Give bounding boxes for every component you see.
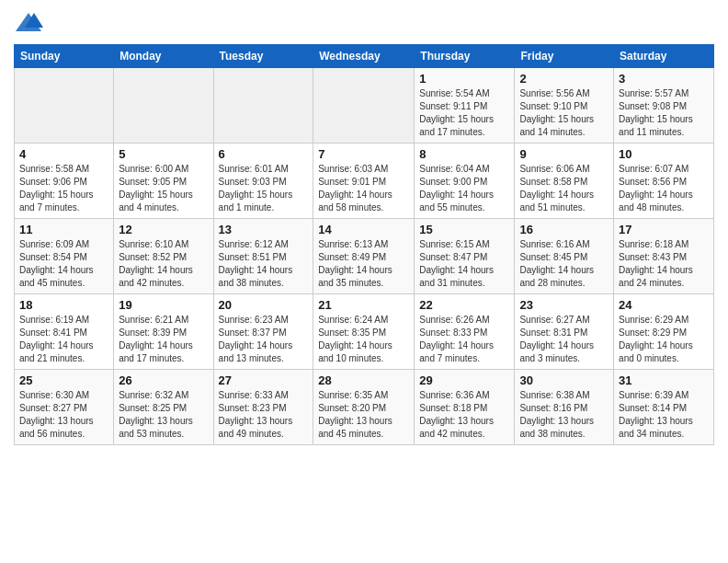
day-number: 19	[119, 298, 208, 312]
logo-icon	[14, 9, 43, 35]
day-info: Sunrise: 6:38 AM Sunset: 8:16 PM Dayligh…	[519, 389, 609, 441]
calendar-cell: 18Sunrise: 6:19 AM Sunset: 8:41 PM Dayli…	[15, 294, 114, 370]
day-info: Sunrise: 6:26 AM Sunset: 8:33 PM Dayligh…	[419, 314, 509, 365]
calendar-cell: 25Sunrise: 6:30 AM Sunset: 8:27 PM Dayli…	[15, 370, 114, 445]
day-number: 6	[219, 147, 309, 161]
day-info: Sunrise: 6:06 AM Sunset: 8:58 PM Dayligh…	[519, 163, 609, 214]
logo	[14, 9, 47, 35]
calendar-cell: 2Sunrise: 5:56 AM Sunset: 9:10 PM Daylig…	[515, 68, 614, 144]
calendar-cell: 30Sunrise: 6:38 AM Sunset: 8:16 PM Dayli…	[515, 370, 614, 445]
day-number: 20	[219, 298, 309, 312]
day-number: 28	[318, 373, 409, 387]
calendar-cell: 10Sunrise: 6:07 AM Sunset: 8:56 PM Dayli…	[614, 144, 714, 219]
day-info: Sunrise: 5:57 AM Sunset: 9:08 PM Dayligh…	[619, 87, 709, 139]
day-number: 1	[419, 72, 509, 86]
day-info: Sunrise: 6:12 AM Sunset: 8:51 PM Dayligh…	[219, 238, 309, 290]
calendar-cell: 7Sunrise: 6:03 AM Sunset: 9:01 PM Daylig…	[313, 144, 415, 219]
day-info: Sunrise: 6:23 AM Sunset: 8:37 PM Dayligh…	[219, 314, 309, 365]
day-number: 11	[19, 223, 108, 236]
calendar-cell: 26Sunrise: 6:32 AM Sunset: 8:25 PM Dayli…	[114, 370, 213, 445]
day-number: 16	[519, 223, 609, 236]
calendar-cell: 12Sunrise: 6:10 AM Sunset: 8:52 PM Dayli…	[114, 219, 213, 294]
day-info: Sunrise: 6:18 AM Sunset: 8:43 PM Dayligh…	[619, 238, 709, 290]
day-number: 14	[318, 223, 409, 236]
calendar-cell: 23Sunrise: 6:27 AM Sunset: 8:31 PM Dayli…	[515, 294, 614, 370]
day-number: 5	[119, 147, 208, 161]
day-number: 17	[619, 223, 709, 236]
day-info: Sunrise: 6:33 AM Sunset: 8:23 PM Dayligh…	[219, 389, 309, 441]
calendar-cell: 31Sunrise: 6:39 AM Sunset: 8:14 PM Dayli…	[614, 370, 714, 445]
day-number: 13	[219, 223, 309, 236]
calendar-cell: 17Sunrise: 6:18 AM Sunset: 8:43 PM Dayli…	[614, 219, 714, 294]
day-number: 3	[619, 72, 709, 86]
calendar-cell: 21Sunrise: 6:24 AM Sunset: 8:35 PM Dayli…	[313, 294, 415, 370]
day-number: 10	[619, 147, 709, 161]
calendar-week-1: 1Sunrise: 5:54 AM Sunset: 9:11 PM Daylig…	[15, 68, 714, 144]
calendar-week-2: 4Sunrise: 5:58 AM Sunset: 9:06 PM Daylig…	[15, 144, 714, 219]
day-number: 23	[519, 298, 609, 312]
calendar-cell	[15, 68, 114, 144]
day-info: Sunrise: 6:01 AM Sunset: 9:03 PM Dayligh…	[219, 163, 309, 214]
calendar-cell: 3Sunrise: 5:57 AM Sunset: 9:08 PM Daylig…	[614, 68, 714, 144]
day-info: Sunrise: 6:36 AM Sunset: 8:18 PM Dayligh…	[419, 389, 509, 441]
day-info: Sunrise: 6:19 AM Sunset: 8:41 PM Dayligh…	[19, 314, 108, 365]
day-info: Sunrise: 6:00 AM Sunset: 9:05 PM Dayligh…	[119, 163, 208, 214]
day-info: Sunrise: 6:07 AM Sunset: 8:56 PM Dayligh…	[619, 163, 709, 214]
day-info: Sunrise: 6:03 AM Sunset: 9:01 PM Dayligh…	[318, 163, 409, 214]
day-number: 12	[119, 223, 208, 236]
day-info: Sunrise: 6:16 AM Sunset: 8:45 PM Dayligh…	[519, 238, 609, 290]
calendar-cell: 6Sunrise: 6:01 AM Sunset: 9:03 PM Daylig…	[213, 144, 313, 219]
day-number: 18	[19, 298, 108, 312]
day-info: Sunrise: 6:35 AM Sunset: 8:20 PM Dayligh…	[318, 389, 409, 441]
calendar-cell: 19Sunrise: 6:21 AM Sunset: 8:39 PM Dayli…	[114, 294, 213, 370]
day-info: Sunrise: 6:27 AM Sunset: 8:31 PM Dayligh…	[519, 314, 609, 365]
weekday-header-thursday: Thursday	[415, 45, 515, 68]
day-number: 4	[19, 147, 108, 161]
calendar-cell: 20Sunrise: 6:23 AM Sunset: 8:37 PM Dayli…	[213, 294, 313, 370]
calendar-cell	[213, 68, 313, 144]
day-info: Sunrise: 6:15 AM Sunset: 8:47 PM Dayligh…	[419, 238, 509, 290]
day-info: Sunrise: 5:58 AM Sunset: 9:06 PM Dayligh…	[19, 163, 108, 214]
day-info: Sunrise: 6:29 AM Sunset: 8:29 PM Dayligh…	[619, 314, 709, 365]
day-info: Sunrise: 6:21 AM Sunset: 8:39 PM Dayligh…	[119, 314, 208, 365]
day-number: 7	[318, 147, 409, 161]
weekday-header-friday: Friday	[515, 45, 614, 68]
calendar-cell: 22Sunrise: 6:26 AM Sunset: 8:33 PM Dayli…	[415, 294, 515, 370]
calendar-cell: 13Sunrise: 6:12 AM Sunset: 8:51 PM Dayli…	[213, 219, 313, 294]
day-number: 24	[619, 298, 709, 312]
day-info: Sunrise: 6:04 AM Sunset: 9:00 PM Dayligh…	[419, 163, 509, 214]
day-number: 26	[119, 373, 208, 387]
weekday-header-tuesday: Tuesday	[213, 45, 313, 68]
day-info: Sunrise: 6:13 AM Sunset: 8:49 PM Dayligh…	[318, 238, 409, 290]
day-number: 29	[419, 373, 509, 387]
calendar-week-4: 18Sunrise: 6:19 AM Sunset: 8:41 PM Dayli…	[15, 294, 714, 370]
calendar-cell: 16Sunrise: 6:16 AM Sunset: 8:45 PM Dayli…	[515, 219, 614, 294]
day-info: Sunrise: 6:32 AM Sunset: 8:25 PM Dayligh…	[119, 389, 208, 441]
calendar-cell	[313, 68, 415, 144]
day-number: 8	[419, 147, 509, 161]
day-number: 2	[519, 72, 609, 86]
calendar-header-row: SundayMondayTuesdayWednesdayThursdayFrid…	[15, 45, 714, 68]
calendar-week-3: 11Sunrise: 6:09 AM Sunset: 8:54 PM Dayli…	[15, 219, 714, 294]
day-info: Sunrise: 6:39 AM Sunset: 8:14 PM Dayligh…	[619, 389, 709, 441]
calendar-cell: 4Sunrise: 5:58 AM Sunset: 9:06 PM Daylig…	[15, 144, 114, 219]
calendar-cell: 28Sunrise: 6:35 AM Sunset: 8:20 PM Dayli…	[313, 370, 415, 445]
calendar-cell	[114, 68, 213, 144]
calendar-cell: 9Sunrise: 6:06 AM Sunset: 8:58 PM Daylig…	[515, 144, 614, 219]
day-info: Sunrise: 5:54 AM Sunset: 9:11 PM Dayligh…	[419, 87, 509, 139]
day-number: 9	[519, 147, 609, 161]
day-info: Sunrise: 6:30 AM Sunset: 8:27 PM Dayligh…	[19, 389, 108, 441]
day-number: 25	[19, 373, 108, 387]
calendar-cell: 24Sunrise: 6:29 AM Sunset: 8:29 PM Dayli…	[614, 294, 714, 370]
calendar-cell: 29Sunrise: 6:36 AM Sunset: 8:18 PM Dayli…	[415, 370, 515, 445]
day-number: 27	[219, 373, 309, 387]
day-info: Sunrise: 6:10 AM Sunset: 8:52 PM Dayligh…	[119, 238, 208, 290]
day-info: Sunrise: 5:56 AM Sunset: 9:10 PM Dayligh…	[519, 87, 609, 139]
calendar-week-5: 25Sunrise: 6:30 AM Sunset: 8:27 PM Dayli…	[15, 370, 714, 445]
weekday-header-monday: Monday	[114, 45, 213, 68]
day-number: 30	[519, 373, 609, 387]
day-number: 21	[318, 298, 409, 312]
weekday-header-sunday: Sunday	[15, 45, 114, 68]
weekday-header-wednesday: Wednesday	[313, 45, 415, 68]
day-number: 15	[419, 223, 509, 236]
